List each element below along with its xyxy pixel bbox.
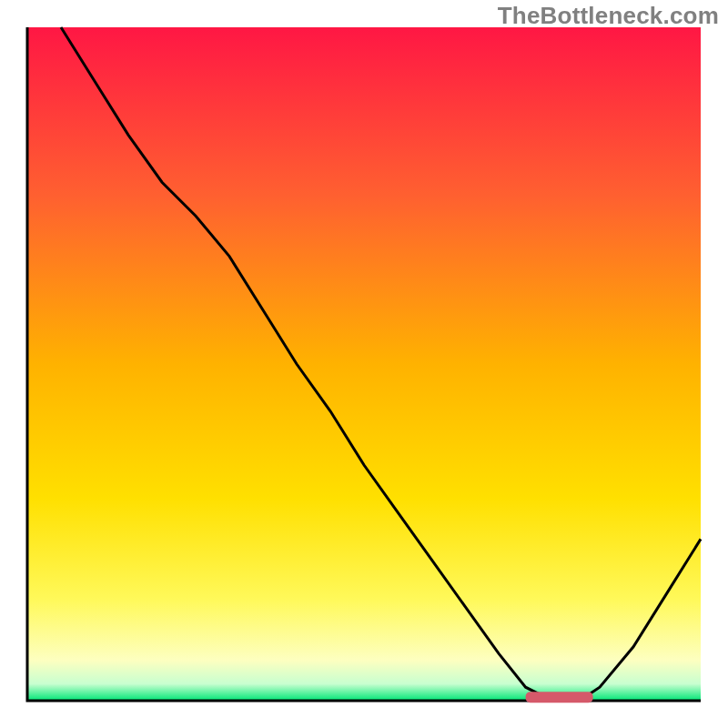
plot-background — [27, 27, 701, 701]
chart-container: TheBottleneck.com — [0, 0, 728, 728]
bottleneck-chart — [0, 0, 728, 728]
optimal-range-marker — [526, 692, 593, 703]
watermark-text: TheBottleneck.com — [498, 2, 719, 30]
